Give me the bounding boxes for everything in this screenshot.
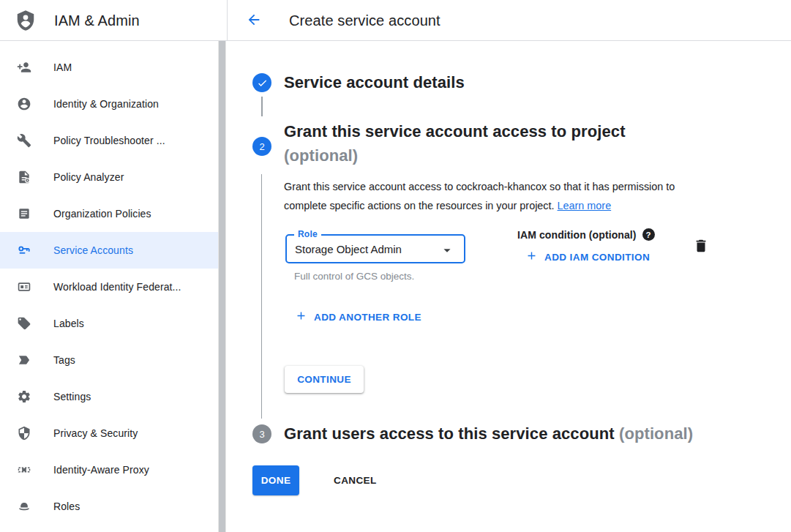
step2-description-text: Grant this service account access to coc… — [284, 181, 675, 211]
sidebar-item-label: IAM — [53, 61, 72, 73]
iam-condition-label: IAM condition (optional) — [517, 229, 637, 241]
sidebar-item-label: Policy Troubleshooter ... — [53, 135, 165, 146]
cancel-button[interactable]: CANCEL — [325, 465, 386, 495]
sidebar-item-service-accounts[interactable]: Service Accounts — [0, 232, 218, 269]
hat-icon — [17, 499, 31, 514]
sidebar-item-settings[interactable]: Settings — [0, 378, 218, 415]
topbar: Create service account — [227, 0, 791, 41]
sidebar-nav: IAM Identity & Organization Policy Troub… — [0, 41, 218, 525]
sidebar-scrollbar[interactable] — [218, 41, 226, 532]
header-vertical-divider — [227, 0, 228, 40]
sidebar-item-roles[interactable]: Roles — [0, 488, 218, 525]
sidebar-item-label: Privacy & Security — [53, 427, 138, 439]
app-title: IAM & Admin — [54, 12, 140, 29]
step3-number: 3 — [259, 429, 264, 440]
role-field-label: Role — [294, 229, 321, 239]
shield-half-icon — [17, 426, 31, 441]
sidebar-item-identity-aware-proxy[interactable]: Identity-Aware Proxy — [0, 452, 218, 488]
sidebar-item-labels[interactable]: Labels — [0, 305, 218, 342]
step-connector — [261, 97, 263, 116]
step3-number-circle: 3 — [252, 424, 271, 443]
step3-title: Grant users access to this service accou… — [284, 424, 693, 443]
help-icon[interactable]: ? — [642, 228, 655, 241]
wrench-icon — [17, 133, 31, 148]
step1-title: Service account details — [284, 73, 465, 92]
shield-person-icon — [15, 10, 37, 31]
proxy-frame-icon — [17, 462, 31, 477]
role-dropdown[interactable]: Role Storage Object Admin — [285, 234, 465, 263]
sidebar-item-label: Policy Analyzer — [53, 171, 124, 183]
create-service-account-form: Service account details 2 Grant this ser… — [227, 41, 791, 532]
label-tag-icon — [17, 316, 31, 331]
document-gear-icon — [17, 170, 31, 184]
step2-title: Grant this service account access to pro… — [284, 122, 626, 165]
arrow-back-icon — [246, 12, 262, 30]
account-circle-icon — [17, 97, 31, 111]
delete-role-button[interactable] — [692, 238, 710, 255]
sidebar-header: IAM & Admin — [0, 0, 218, 41]
tag-arrow-icon — [17, 353, 31, 367]
step1-check-circle-icon — [252, 73, 271, 92]
add-another-role-label: ADD ANOTHER ROLE — [314, 312, 421, 323]
iam-condition-label-row: IAM condition (optional) ? — [517, 228, 655, 241]
step2-number: 2 — [259, 141, 264, 152]
sidebar-item-iam[interactable]: IAM — [0, 49, 218, 86]
step2-description: Grant this service account access to coc… — [284, 178, 717, 215]
add-iam-condition-label: ADD IAM CONDITION — [544, 252, 650, 263]
step2-optional-label: (optional) — [284, 146, 626, 165]
page-title: Create service account — [289, 12, 441, 29]
sidebar-item-label: Workload Identity Federat... — [53, 281, 181, 293]
done-button[interactable]: DONE — [252, 465, 299, 495]
gear-icon — [17, 389, 31, 404]
sidebar-item-label: Roles — [53, 501, 80, 512]
role-field-value: Storage Object Admin — [295, 243, 402, 255]
plus-icon — [525, 250, 538, 264]
sidebar-item-workload-identity-federation[interactable]: Workload Identity Federat... — [0, 269, 218, 305]
sidebar-item-label: Service Accounts — [53, 244, 133, 256]
iam-admin-console: IAM & Admin IAM Identity & Organization … — [0, 0, 791, 532]
sidebar-item-label: Identity & Organization — [53, 98, 159, 110]
add-iam-condition-button[interactable]: ADD IAM CONDITION — [525, 250, 650, 264]
sidebar-item-label: Organization Policies — [53, 208, 151, 220]
sidebar-item-label: Settings — [53, 391, 91, 402]
sidebar-item-label: Identity-Aware Proxy — [53, 464, 149, 476]
sidebar-item-organization-policies[interactable]: Organization Policies — [0, 195, 218, 232]
step2-number-circle: 2 — [252, 137, 271, 156]
sidebar-item-policy-analyzer[interactable]: Policy Analyzer — [0, 159, 218, 195]
trash-icon — [693, 245, 709, 256]
plus-icon — [295, 310, 307, 324]
step3-optional-label: (optional) — [619, 424, 693, 443]
add-another-role-button[interactable]: ADD ANOTHER ROLE — [295, 310, 421, 324]
badge-card-icon — [17, 280, 31, 294]
sidebar-item-label: Tags — [53, 354, 75, 366]
sidebar-item-label: Labels — [53, 318, 84, 329]
sidebar-item-policy-troubleshooter[interactable]: Policy Troubleshooter ... — [0, 122, 218, 159]
continue-button[interactable]: CONTINUE — [285, 366, 364, 393]
sidebar-item-tags[interactable]: Tags — [0, 342, 218, 378]
caret-down-icon — [439, 242, 455, 261]
person-add-icon — [17, 60, 31, 75]
sidebar-scrollbar-thumb[interactable] — [219, 41, 225, 532]
sidebar-item-identity-organization[interactable]: Identity & Organization — [0, 86, 218, 122]
step-connector — [261, 174, 262, 419]
step3-title-text: Grant users access to this service accou… — [284, 424, 615, 443]
learn-more-link[interactable]: Learn more — [558, 200, 612, 211]
step2-title-text: Grant this service account access to pro… — [284, 122, 626, 141]
sidebar: IAM & Admin IAM Identity & Organization … — [0, 0, 218, 532]
document-lines-icon — [17, 206, 31, 221]
back-button[interactable] — [245, 12, 263, 29]
role-helper-text: Full control of GCS objects. — [294, 271, 414, 282]
sidebar-item-privacy-security[interactable]: Privacy & Security — [0, 415, 218, 452]
service-account-key-icon — [17, 243, 31, 258]
